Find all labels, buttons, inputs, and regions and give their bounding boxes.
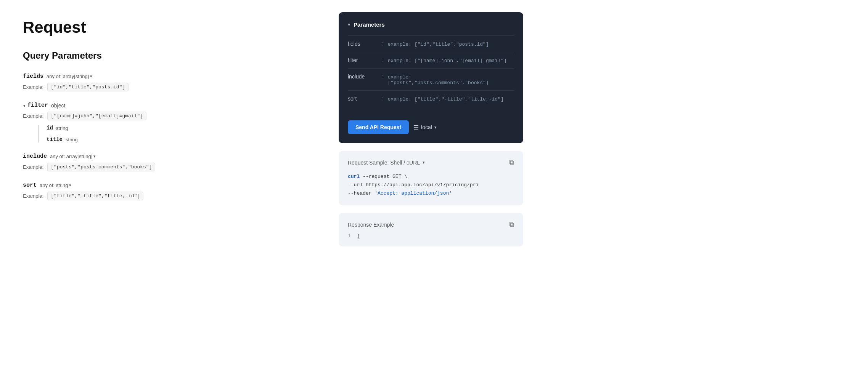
example-label-include: Example: <box>23 164 43 170</box>
include-example-value: ["posts","posts.comments","books"] <box>47 163 155 171</box>
nested-params-filter: id string title string <box>38 125 305 142</box>
parameters-card-header: ▾ Parameters <box>348 21 514 28</box>
response-example-card: Response Example ⧉ 1 { <box>339 213 523 246</box>
nested-name-title: title <box>47 136 63 142</box>
param-type-include[interactable]: any of: array[string] ▾ <box>50 154 96 159</box>
panel-colon-sort: : <box>382 95 384 102</box>
param-sort: sort any of: string ▾ Example: ["title",… <box>23 182 305 200</box>
filter-toggle[interactable]: ◂ filter <box>23 102 48 109</box>
chevron-down-icon-sort: ▾ <box>69 183 71 188</box>
sample-chevron-icon: ▾ <box>423 160 425 165</box>
chevron-left-icon: ◂ <box>23 103 25 108</box>
filter-example-value: ["[name]=john","[email]=gmail"] <box>47 112 146 120</box>
sample-card-title: Request Sample: Shell / cURL ▾ <box>348 160 425 166</box>
sample-card-header: Request Sample: Shell / cURL ▾ ⧉ <box>348 158 514 166</box>
panel-param-name-sort: sort <box>348 96 382 102</box>
panel-param-value-fields: example: ["id","title","posts.id"] <box>387 42 489 47</box>
panel-param-row-filter: filter : example: ["[name]=john","[email… <box>348 52 514 68</box>
sort-example-value: ["title","-title","title,-id"] <box>47 192 143 200</box>
response-code-text: { <box>357 233 360 239</box>
parameters-card-title: Parameters <box>354 21 385 28</box>
code-line1-rest: --request GET \ <box>363 174 407 179</box>
chevron-down-icon-include: ▾ <box>93 154 96 159</box>
example-label: Example: <box>23 84 43 90</box>
parameters-chevron-icon: ▾ <box>348 22 350 27</box>
code-header-string: 'Accept: application/json' <box>375 190 452 196</box>
response-copy-icon[interactable]: ⧉ <box>509 221 514 229</box>
panel-param-row-fields: fields : example: ["id","title","posts.i… <box>348 35 514 52</box>
code-line-3: --header 'Accept: application/json' <box>348 189 514 198</box>
param-name-filter: filter <box>27 102 48 109</box>
param-filter: ◂ filter object Example: ["[name]=john",… <box>23 102 305 142</box>
code-url: --url https://api.app.loc/api/v1/pricing… <box>348 182 479 188</box>
env-icon: ☰ <box>413 124 419 131</box>
env-label: local <box>421 124 432 130</box>
response-line-num: 1 <box>348 233 351 239</box>
panel-param-row-include: include : example: ["posts","posts.comme… <box>348 68 514 90</box>
panel-param-value-filter: example: ["[name]=john","[email]=gmail"] <box>387 58 506 64</box>
response-card-header: Response Example ⧉ <box>348 221 514 229</box>
right-panel: ▾ Parameters fields : example: ["id","ti… <box>328 0 534 387</box>
main-content: Request Query Parameters fields any of: … <box>0 0 328 387</box>
param-name-sort: sort <box>23 182 37 189</box>
panel-param-name-fields: fields <box>348 41 382 47</box>
param-type-filter: object <box>51 102 65 109</box>
param-name-fields: fields <box>23 73 43 80</box>
example-label-sort: Example: <box>23 193 43 199</box>
panel-colon-include: : <box>382 73 384 80</box>
param-type-sort[interactable]: any of: string ▾ <box>40 182 71 188</box>
parameters-card: ▾ Parameters fields : example: ["id","ti… <box>339 12 523 143</box>
panel-param-value-include: example: ["posts","posts.comments","book… <box>387 74 514 86</box>
code-line-2: --url https://api.app.loc/api/v1/pricing… <box>348 181 514 189</box>
env-selector[interactable]: ☰ local ▾ <box>413 124 437 131</box>
panel-param-row-sort: sort : example: ["title","-title","title… <box>348 90 514 107</box>
fields-example-value: ["id","title","posts.id"] <box>47 83 129 91</box>
nested-type-title: string <box>66 137 78 142</box>
panel-colon-fields: : <box>382 40 384 47</box>
page-title: Request <box>23 18 305 37</box>
curl-keyword: curl <box>348 174 360 179</box>
panel-param-name-include: include <box>348 74 382 80</box>
panel-colon-filter: : <box>382 57 384 64</box>
code-block: curl --request GET \ --url https://api.a… <box>348 173 514 198</box>
code-line-1: curl --request GET \ <box>348 173 514 181</box>
panel-param-value-sort: example: ["title","-title","title,-id"] <box>387 96 503 102</box>
code-header-prefix: --header <box>348 190 375 196</box>
copy-icon[interactable]: ⧉ <box>509 158 514 166</box>
param-include: include any of: array[string] ▾ Example:… <box>23 153 305 171</box>
panel-param-name-filter: filter <box>348 57 382 63</box>
request-sample-card: Request Sample: Shell / cURL ▾ ⧉ curl --… <box>339 151 523 205</box>
param-name-include: include <box>23 153 47 160</box>
param-fields: fields any of: array[string] ▾ Example: … <box>23 73 305 91</box>
env-chevron-icon: ▾ <box>434 125 437 130</box>
param-type-fields[interactable]: any of: array[string] ▾ <box>47 74 92 79</box>
nested-type-id: string <box>56 125 68 131</box>
example-label-filter: Example: <box>23 113 43 119</box>
nested-name-id: id <box>47 125 53 131</box>
card-actions: Send API Request ☰ local ▾ <box>348 114 514 134</box>
send-api-button[interactable]: Send API Request <box>348 120 409 134</box>
response-code-line: 1 { <box>348 233 514 239</box>
section-title: Query Parameters <box>23 50 305 61</box>
nested-param-title: title string <box>47 136 305 142</box>
nested-param-id: id string <box>47 125 305 131</box>
response-card-title: Response Example <box>348 222 394 228</box>
chevron-down-icon: ▾ <box>90 74 92 79</box>
